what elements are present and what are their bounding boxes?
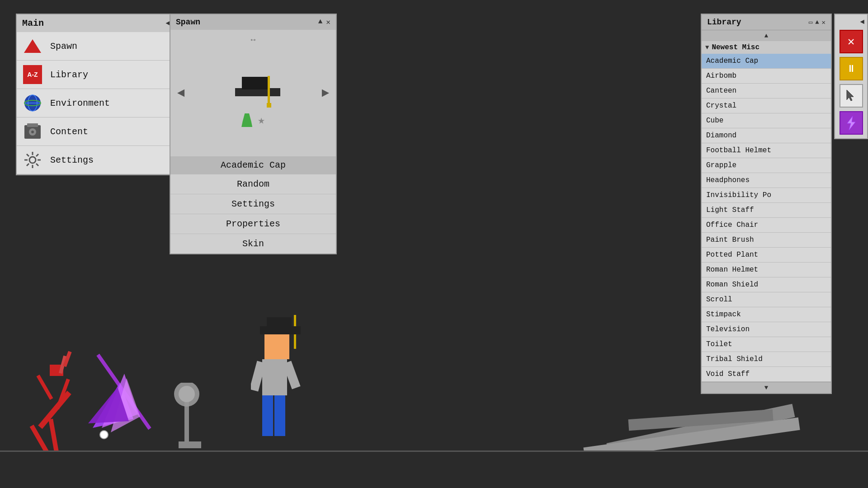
library-item[interactable]: Void Staff <box>702 367 831 382</box>
library-item[interactable]: Potted Plant <box>702 248 831 263</box>
library-item[interactable]: Roman Helmet <box>702 263 831 277</box>
spawn-nav-right-btn[interactable]: ► <box>321 86 329 100</box>
lightning-button[interactable] <box>840 111 863 135</box>
library-item[interactable]: Office Chair <box>702 218 831 233</box>
library-item[interactable]: Toilet <box>702 337 831 352</box>
library-item[interactable]: Canteen <box>702 84 831 99</box>
sidebar-item-library[interactable]: A-Z Library <box>17 61 175 89</box>
sidebar-item-content[interactable]: Content <box>17 117 175 146</box>
spawn-icon <box>23 37 42 56</box>
library-item[interactable]: Stimpack <box>702 307 831 322</box>
svg-rect-36 <box>27 123 38 127</box>
spawn-panel-title: Spawn <box>176 18 200 27</box>
library-item[interactable]: Airbomb <box>702 69 831 84</box>
library-item[interactable]: Football Helmet <box>702 143 831 158</box>
character <box>251 313 310 450</box>
svg-rect-0 <box>38 391 71 429</box>
spawn-object-preview: ★ <box>231 54 276 132</box>
library-scroll-down-btn[interactable]: ▼ <box>702 382 831 393</box>
svg-point-17 <box>179 386 195 402</box>
toolbar-collapse-btn[interactable]: ◄ <box>860 18 867 26</box>
svg-line-46 <box>36 154 38 156</box>
spawn-menu-random[interactable]: Random <box>170 174 336 194</box>
library-item[interactable]: Diamond <box>702 128 831 143</box>
sidebar-item-settings-label: Settings <box>50 155 94 165</box>
svg-marker-30 <box>24 39 41 53</box>
svg-rect-21 <box>264 334 289 359</box>
library-close-btn[interactable]: ✕ <box>822 19 826 26</box>
sidebar-item-settings[interactable]: Settings <box>17 146 175 174</box>
library-icon: A-Z <box>23 65 42 84</box>
main-panel-title: Main <box>22 18 44 28</box>
library-item[interactable]: Paint Brush <box>702 233 831 248</box>
sidebar-item-environment[interactable]: Environment <box>17 89 175 117</box>
svg-line-44 <box>27 154 29 156</box>
library-item[interactable]: Tribal Shield <box>702 352 831 367</box>
svg-point-39 <box>29 157 36 163</box>
library-item[interactable]: Academic Cap <box>702 54 831 69</box>
library-restore-btn[interactable]: ▭ <box>809 19 812 26</box>
fallen-weapon <box>84 338 165 450</box>
svg-rect-50 <box>268 76 270 105</box>
spawn-panel-header: Spawn ▲ ✕ <box>170 14 336 30</box>
spawn-panel: Spawn ▲ ✕ ↔ ◄ ► <box>170 14 337 254</box>
spawn-header-buttons: ▲ ✕ <box>318 18 330 27</box>
svg-line-47 <box>27 164 29 166</box>
library-item[interactable]: Roman Shield <box>702 277 831 292</box>
svg-rect-2 <box>48 419 60 450</box>
svg-rect-14 <box>179 441 201 448</box>
library-category[interactable]: ▼ Newest Misc <box>702 41 831 54</box>
spawn-icons-row: ★ <box>241 113 265 127</box>
library-item[interactable]: Crystal <box>702 99 831 113</box>
sidebar-item-spawn[interactable]: Spawn <box>17 32 175 61</box>
library-item[interactable]: Grapple <box>702 158 831 173</box>
spawn-menu-settings[interactable]: Settings <box>170 194 336 214</box>
svg-marker-52 <box>847 90 854 101</box>
spawn-resize-handle[interactable]: ↔ <box>251 35 256 44</box>
spawn-close-btn[interactable]: ✕ <box>326 18 330 27</box>
spawn-menu-properties[interactable]: Properties <box>170 214 336 234</box>
library-item[interactable]: Television <box>702 322 831 337</box>
svg-line-45 <box>36 164 38 166</box>
svg-rect-49 <box>242 77 269 89</box>
library-item[interactable]: Light Staff <box>702 203 831 218</box>
library-item[interactable]: Cube <box>702 113 831 128</box>
content-icon <box>23 122 42 141</box>
lamp-object <box>172 383 208 450</box>
sidebar-item-content-label: Content <box>50 127 88 137</box>
fallen-panels <box>583 396 809 450</box>
library-panel: Library ▭ ▲ ✕ ▲ ▼ Newest Misc Academic C… <box>701 14 832 394</box>
library-category-name: Newest Misc <box>712 43 760 52</box>
library-panel-header: Library ▭ ▲ ✕ <box>702 14 831 30</box>
spawn-menu-skin[interactable]: Skin <box>170 234 336 253</box>
svg-rect-51 <box>267 103 271 108</box>
svg-rect-26 <box>274 395 285 436</box>
library-scroll-up-btn[interactable]: ▲ <box>702 30 831 41</box>
spawn-preview-area: ↔ ◄ ► ★ <box>170 30 336 156</box>
library-item[interactable]: Scroll <box>702 292 831 307</box>
library-header-buttons: ▭ ▲ ✕ <box>809 19 826 26</box>
category-expand-icon: ▼ <box>705 44 709 51</box>
spawn-menu: Random Settings Properties Skin <box>170 174 336 253</box>
cursor-button[interactable] <box>840 84 863 108</box>
svg-rect-25 <box>262 395 273 436</box>
library-item[interactable]: Headphones <box>702 173 831 188</box>
spawn-item-name: Academic Cap <box>170 156 336 174</box>
library-item[interactable]: Invisibility Po <box>702 188 831 203</box>
star-icon: ★ <box>258 113 265 127</box>
spawn-minimize-btn[interactable]: ▲ <box>318 18 323 27</box>
library-minimize-btn[interactable]: ▲ <box>815 19 819 26</box>
spawn-nav-left-btn[interactable]: ◄ <box>177 86 185 100</box>
pause-button[interactable] <box>840 57 863 80</box>
close-button[interactable] <box>840 30 863 53</box>
flask-icon <box>241 113 252 127</box>
svg-point-38 <box>31 131 34 133</box>
sidebar-item-spawn-label: Spawn <box>50 41 77 52</box>
svg-rect-20 <box>267 317 292 327</box>
right-toolbar: ◄ <box>834 14 868 139</box>
svg-point-13 <box>100 431 108 439</box>
main-panel-header: Main ◄ <box>17 14 175 32</box>
library-panel-title: Library <box>707 18 741 27</box>
cursor-icon <box>844 89 858 103</box>
sidebar-item-environment-label: Environment <box>50 98 110 108</box>
